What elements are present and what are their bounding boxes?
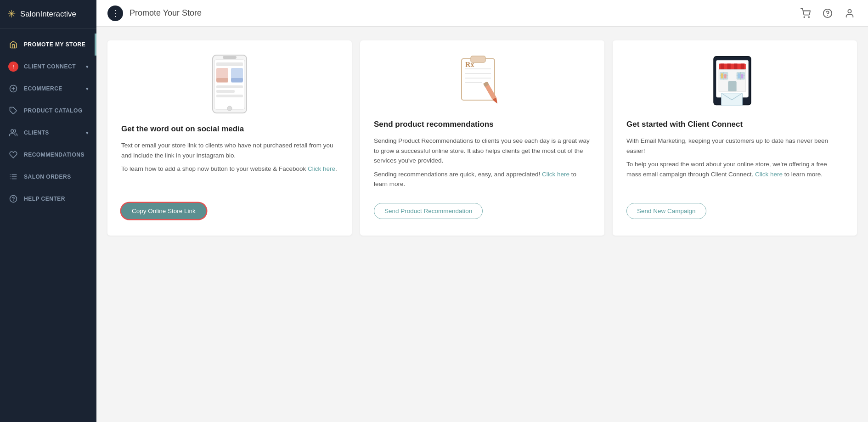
sidebar-item-recommendations[interactable]: RECOMMENDATIONS [0, 144, 96, 166]
active-bar [95, 34, 96, 56]
card-social-illustration [121, 54, 338, 114]
card-social: Get the word out on social media Text or… [107, 40, 352, 236]
svg-rect-56 [724, 74, 727, 79]
store-icon [8, 39, 18, 50]
sidebar-label-product-catalog: PRODUCT CATALOG [24, 107, 83, 114]
sidebar-item-product-catalog[interactable]: PRODUCT CATALOG [0, 100, 96, 122]
sidebar-label-ecommerce: ECOMMERCE [24, 85, 62, 92]
svg-point-16 [848, 9, 851, 12]
svg-rect-58 [741, 74, 744, 79]
topbar-icons [798, 6, 857, 21]
svg-point-28 [227, 106, 232, 111]
menu-button[interactable]: ⋮ [107, 6, 123, 21]
sidebar-item-help-center[interactable]: HELP CENTER [0, 188, 96, 210]
svg-rect-18 [214, 60, 245, 109]
card-recommendations-illustration: Rx [374, 54, 591, 109]
svg-text:Rx: Rx [465, 61, 474, 68]
topbar: ⋮ Promote Your Store [96, 0, 868, 27]
chevron-icon: ▾ [86, 86, 89, 91]
svg-rect-23 [216, 78, 228, 82]
card-client-connect-body1: With Email Marketing, keeping your custo… [626, 136, 843, 156]
card-social-title: Get the word out on social media [121, 124, 244, 134]
card-recommendations-body1: Sending Product Recommendations to clien… [374, 136, 591, 166]
svg-point-13 [808, 17, 809, 17]
logo-text: SalonInteractive [20, 10, 76, 19]
svg-rect-25 [216, 85, 243, 88]
sidebar-label-recommendations: RECOMMENDATIONS [24, 152, 85, 158]
heart-icon [8, 150, 18, 160]
sidebar-item-client-connect[interactable]: ! CLIENT CONNECT ▾ [0, 56, 96, 78]
sidebar-label-salon-orders: SALON ORDERS [24, 174, 71, 180]
svg-point-3 [11, 129, 14, 132]
svg-rect-57 [738, 73, 740, 79]
copy-online-store-button[interactable]: Copy Online Store Link [121, 203, 206, 219]
sidebar-logo: ✳ SalonInteractive [0, 0, 96, 29]
alert-icon: ! [8, 62, 18, 72]
people-icon [8, 128, 18, 138]
sidebar-label-promote: PROMOTE MY STORE [24, 41, 85, 48]
card-client-connect-link[interactable]: Click here [755, 171, 783, 178]
dollar-icon [8, 84, 18, 94]
chevron-icon: ▾ [86, 130, 89, 135]
card-client-connect-illustration [626, 54, 843, 109]
svg-rect-44 [727, 64, 731, 70]
svg-rect-48 [728, 81, 736, 91]
svg-rect-24 [231, 78, 243, 82]
sidebar-item-salon-orders[interactable]: SALON ORDERS [0, 166, 96, 188]
card-recommendations-title: Send product recommendations [374, 119, 494, 129]
logo-icon: ✳ [7, 8, 16, 20]
send-product-recommendation-button[interactable]: Send Product Recommendation [374, 203, 483, 219]
svg-rect-27 [216, 95, 243, 97]
chevron-icon: ▾ [86, 64, 89, 69]
card-social-body2: To learn how to add a shop now button to… [121, 164, 337, 174]
page-title: Promote Your Store [130, 8, 792, 18]
svg-rect-19 [223, 56, 237, 59]
help-circle-icon[interactable] [820, 6, 835, 21]
card-social-body1: Text or email your store link to clients… [121, 141, 338, 160]
sidebar-item-clients[interactable]: CLIENTS ▾ [0, 122, 96, 144]
card-recommendations: Rx Send product recommendations Sending … [360, 40, 604, 236]
sidebar-label-client-connect: CLIENT CONNECT [24, 63, 76, 70]
sidebar: ✳ SalonInteractive PROMOTE MY STORE ! CL… [0, 0, 96, 422]
sidebar-nav: PROMOTE MY STORE ! CLIENT CONNECT ▾ ECOM… [0, 29, 96, 214]
sidebar-item-ecommerce[interactable]: ECOMMERCE ▾ [0, 78, 96, 100]
svg-rect-20 [216, 62, 243, 66]
card-social-link[interactable]: Click here [308, 165, 335, 172]
sidebar-item-promote[interactable]: PROMOTE MY STORE [0, 34, 96, 56]
send-new-campaign-button[interactable]: Send New Campaign [626, 203, 706, 219]
card-recommendations-body2: Sending recommendations are quick, easy,… [374, 169, 591, 189]
cart-icon[interactable] [798, 6, 813, 21]
svg-point-12 [804, 17, 805, 17]
card-client-connect-title: Get started with Client Connect [626, 119, 743, 129]
card-client-connect: Get started with Client Connect With Ema… [613, 40, 857, 236]
svg-rect-43 [721, 64, 724, 70]
content-area: Get the word out on social media Text or… [96, 27, 868, 422]
sidebar-label-help-center: HELP CENTER [24, 196, 65, 202]
card-client-connect-body2: To help you spread the word about your o… [626, 159, 843, 179]
svg-rect-46 [741, 64, 744, 70]
svg-rect-45 [734, 64, 737, 70]
tag-icon [8, 106, 18, 116]
svg-rect-55 [721, 73, 723, 79]
help-icon [8, 194, 18, 204]
main-content: ⋮ Promote Your Store [96, 0, 868, 422]
svg-rect-26 [216, 90, 235, 93]
sidebar-label-clients: CLIENTS [24, 129, 49, 136]
card-recommendations-link[interactable]: Click here [542, 171, 569, 178]
list-icon [8, 172, 18, 182]
user-icon[interactable] [842, 6, 857, 21]
cards-row: Get the word out on social media Text or… [107, 40, 857, 236]
